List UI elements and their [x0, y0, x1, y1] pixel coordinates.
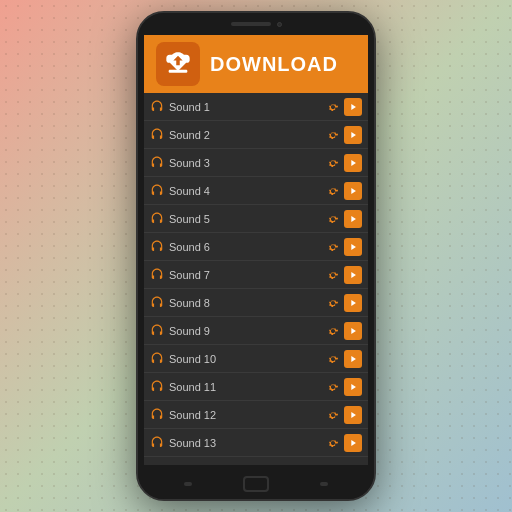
- sound-list-item[interactable]: Sound 12: [144, 401, 368, 429]
- play-button[interactable]: [344, 238, 362, 256]
- headphone-icon: [150, 100, 164, 114]
- sound-name-label: Sound 2: [169, 129, 324, 141]
- settings-button[interactable]: [324, 434, 342, 452]
- play-button[interactable]: [344, 378, 362, 396]
- action-buttons: [324, 350, 362, 368]
- sound-list[interactable]: Sound 1 Sound 2: [144, 93, 368, 465]
- headphone-icon: [150, 212, 164, 226]
- settings-button[interactable]: [324, 322, 342, 340]
- play-button[interactable]: [344, 98, 362, 116]
- back-button[interactable]: [184, 482, 192, 486]
- sound-list-item[interactable]: Sound 8: [144, 289, 368, 317]
- play-button[interactable]: [344, 154, 362, 172]
- settings-button[interactable]: [324, 266, 342, 284]
- front-camera: [277, 22, 282, 27]
- sound-list-item[interactable]: Sound 3: [144, 149, 368, 177]
- headphone-icon: [150, 408, 164, 422]
- sound-list-item[interactable]: Sound 10: [144, 345, 368, 373]
- sound-name-label: Sound 3: [169, 157, 324, 169]
- action-buttons: [324, 98, 362, 116]
- phone-top-bar: [138, 13, 374, 35]
- action-buttons: [324, 378, 362, 396]
- download-label: DOWNLOAD: [210, 53, 338, 76]
- action-buttons: [324, 154, 362, 172]
- headphone-icon: [150, 436, 164, 450]
- sound-list-item[interactable]: Sound 2: [144, 121, 368, 149]
- download-icon: [164, 50, 192, 78]
- headphone-icon: [150, 296, 164, 310]
- play-button[interactable]: [344, 294, 362, 312]
- headphone-icon: [150, 128, 164, 142]
- menu-button[interactable]: [320, 482, 328, 486]
- play-button[interactable]: [344, 350, 362, 368]
- phone-device: DOWNLOAD Sound 1: [136, 11, 376, 501]
- sound-name-label: Sound 10: [169, 353, 324, 365]
- settings-button[interactable]: [324, 98, 342, 116]
- headphone-icon: [150, 352, 164, 366]
- headphone-icon: [150, 156, 164, 170]
- headphone-icon: [150, 184, 164, 198]
- sound-name-label: Sound 4: [169, 185, 324, 197]
- sound-name-label: Sound 9: [169, 325, 324, 337]
- download-icon-box: [156, 42, 200, 86]
- sound-name-label: Sound 13: [169, 437, 324, 449]
- action-buttons: [324, 322, 362, 340]
- play-button[interactable]: [344, 322, 362, 340]
- sound-list-item[interactable]: Sound 11: [144, 373, 368, 401]
- headphone-icon: [150, 324, 164, 338]
- download-banner[interactable]: DOWNLOAD: [144, 35, 368, 93]
- sound-name-label: Sound 7: [169, 269, 324, 281]
- action-buttons: [324, 266, 362, 284]
- settings-button[interactable]: [324, 154, 342, 172]
- settings-button[interactable]: [324, 406, 342, 424]
- play-button[interactable]: [344, 210, 362, 228]
- action-buttons: [324, 434, 362, 452]
- sound-list-item[interactable]: Sound 7: [144, 261, 368, 289]
- action-buttons: [324, 294, 362, 312]
- phone-bottom-bar: [138, 465, 374, 501]
- settings-button[interactable]: [324, 210, 342, 228]
- sound-name-label: Sound 6: [169, 241, 324, 253]
- sound-name-label: Sound 12: [169, 409, 324, 421]
- sound-name-label: Sound 5: [169, 213, 324, 225]
- sound-list-item[interactable]: Sound 6: [144, 233, 368, 261]
- action-buttons: [324, 210, 362, 228]
- sound-name-label: Sound 8: [169, 297, 324, 309]
- sound-list-item[interactable]: Sound 13: [144, 429, 368, 457]
- action-buttons: [324, 126, 362, 144]
- headphone-icon: [150, 240, 164, 254]
- sound-list-item[interactable]: Sound 4: [144, 177, 368, 205]
- play-button[interactable]: [344, 182, 362, 200]
- headphone-icon: [150, 268, 164, 282]
- sound-name-label: Sound 11: [169, 381, 324, 393]
- settings-button[interactable]: [324, 294, 342, 312]
- play-button[interactable]: [344, 434, 362, 452]
- settings-button[interactable]: [324, 378, 342, 396]
- sound-list-item[interactable]: Sound 1: [144, 93, 368, 121]
- home-button[interactable]: [243, 476, 269, 492]
- settings-button[interactable]: [324, 126, 342, 144]
- play-button[interactable]: [344, 266, 362, 284]
- sound-name-label: Sound 1: [169, 101, 324, 113]
- settings-button[interactable]: [324, 182, 342, 200]
- headphone-icon: [150, 380, 164, 394]
- action-buttons: [324, 182, 362, 200]
- settings-button[interactable]: [324, 350, 342, 368]
- play-button[interactable]: [344, 406, 362, 424]
- action-buttons: [324, 406, 362, 424]
- play-button[interactable]: [344, 126, 362, 144]
- svg-rect-0: [169, 70, 188, 73]
- phone-screen: DOWNLOAD Sound 1: [144, 35, 368, 465]
- sound-list-item[interactable]: Sound 9: [144, 317, 368, 345]
- speaker-grille: [231, 22, 271, 26]
- settings-button[interactable]: [324, 238, 342, 256]
- sound-list-item[interactable]: Sound 5: [144, 205, 368, 233]
- action-buttons: [324, 238, 362, 256]
